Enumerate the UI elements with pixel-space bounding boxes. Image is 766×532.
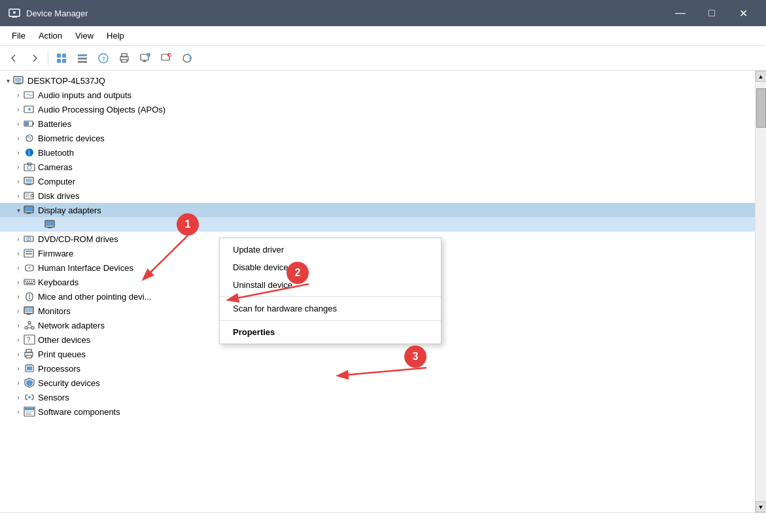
tree-item-batteries[interactable]: ›Batteries (0, 116, 755, 131)
tree-root[interactable]: ▾ DESKTOP-4L537JQ (0, 73, 755, 88)
expand-icon-audio-inputs[interactable]: › (13, 90, 24, 100)
svg-rect-3 (57, 54, 61, 58)
remove-device-button[interactable]: ✕ (156, 49, 176, 67)
expand-icon-sensors[interactable]: › (13, 392, 24, 402)
svg-rect-50 (25, 207, 33, 211)
menu-file[interactable]: File (5, 28, 32, 43)
tree-item-bluetooth[interactable]: ›ᛒBluetooth (0, 145, 755, 160)
expand-icon-biometric[interactable]: › (13, 133, 24, 143)
context-menu-item-scan-changes[interactable]: Scan for hardware changes (220, 300, 441, 317)
context-menu-sep-sep2 (220, 320, 441, 321)
svg-rect-65 (25, 281, 26, 282)
device-label-disk-drives: Disk drives (38, 191, 80, 201)
tree-item-computer[interactable]: ›Computer (0, 174, 755, 188)
forward-button[interactable] (25, 49, 44, 67)
expand-icon-processors[interactable]: › (13, 363, 24, 374)
menu-action[interactable]: Action (32, 28, 69, 43)
svg-line-77 (28, 313, 29, 314)
update-driver-button[interactable]: ↑ (135, 49, 155, 67)
expand-icon-other-devices[interactable]: › (13, 334, 24, 345)
svg-rect-64 (24, 279, 35, 285)
expand-icon-network[interactable]: › (13, 320, 24, 330)
menu-view[interactable]: View (69, 28, 100, 43)
expand-icon-batteries[interactable]: › (13, 118, 24, 129)
expand-icon-monitors[interactable]: › (13, 306, 24, 316)
expand-icon-hid[interactable]: › (13, 262, 24, 273)
device-icon-hid (24, 262, 35, 274)
scan-hardware-button[interactable] (177, 49, 197, 67)
svg-text:✕: ✕ (168, 53, 172, 58)
device-label-dvd-rom: DVD/CD-ROM drives (38, 234, 118, 244)
expand-icon-cameras[interactable]: › (13, 162, 24, 172)
expand-icon-computer[interactable]: › (13, 176, 24, 186)
svg-rect-75 (25, 308, 33, 312)
device-label-computer: Computer (38, 177, 75, 186)
context-menu-item-disable-device[interactable]: Disable device (220, 258, 441, 276)
device-label-other-devices: Other devices (38, 335, 90, 345)
scroll-up-btn[interactable]: ▲ (756, 71, 767, 82)
expand-icon-bluetooth[interactable]: › (13, 147, 24, 158)
svg-line-82 (29, 324, 32, 327)
tree-item-audio-processing[interactable]: ›Audio Processing Objects (APOs) (0, 102, 755, 116)
svg-text:?: ? (102, 56, 106, 62)
tree-item-software[interactable]: ›Software components (0, 404, 755, 419)
svg-marker-24 (189, 56, 191, 60)
minimize-button[interactable]: — (665, 3, 695, 24)
print-button[interactable] (114, 49, 134, 67)
device-icon-security (24, 377, 35, 389)
svg-rect-26 (15, 78, 22, 82)
expand-icon-security[interactable]: › (13, 378, 24, 388)
tree-item-security[interactable]: ›Security devices (0, 376, 755, 390)
svg-rect-9 (78, 61, 87, 63)
tree-item-biometric[interactable]: ›Biometric devices (0, 131, 755, 145)
root-expand-icon[interactable]: ▾ (3, 75, 13, 86)
expand-icon-mice[interactable]: › (13, 291, 24, 302)
tree-item-display-subitem[interactable] (0, 217, 755, 232)
context-menu-item-uninstall-device[interactable]: Uninstall device (220, 276, 441, 294)
back-button[interactable] (4, 49, 24, 67)
scroll-down-btn[interactable]: ▼ (756, 501, 767, 512)
device-icon-biometric (24, 132, 35, 144)
device-label-sensors: Sensors (38, 393, 69, 402)
device-icon-audio-inputs (24, 89, 35, 101)
close-button[interactable]: ✕ (728, 3, 758, 24)
expand-icon-firmware[interactable]: › (13, 248, 24, 258)
svg-rect-60 (26, 251, 32, 252)
device-icon-software (24, 406, 35, 417)
device-label-mice: Mice and other pointing devi... (38, 292, 151, 302)
help-button[interactable]: ? (94, 49, 113, 67)
view-devices-connection[interactable] (73, 49, 92, 67)
scroll-thumb[interactable] (756, 88, 766, 128)
context-menu-item-update-driver[interactable]: Update driver (220, 241, 441, 258)
svg-rect-88 (26, 355, 31, 358)
device-label-audio-processing: Audio Processing Objects (APOs) (38, 105, 165, 115)
maximize-button[interactable]: □ (697, 3, 727, 24)
scrollbar[interactable]: ▲ ▼ (755, 71, 766, 512)
expand-icon-software[interactable]: › (13, 406, 24, 417)
device-icon-dvd-rom (24, 233, 35, 245)
tree-item-disk-drives[interactable]: ›Disk drives (0, 188, 755, 203)
expand-icon-keyboards[interactable]: › (13, 277, 24, 287)
svg-point-73 (29, 298, 31, 300)
tree-item-sensors[interactable]: ›Sensors (0, 390, 755, 404)
tree-item-processors[interactable]: ›Processors (0, 361, 755, 376)
svg-rect-66 (27, 281, 28, 282)
scroll-track[interactable] (756, 82, 766, 501)
expand-icon-display-subitem[interactable] (34, 219, 44, 230)
tree-item-audio-inputs[interactable]: ›Audio inputs and outputs (0, 88, 755, 102)
title-bar: Device Manager — □ ✕ (0, 0, 766, 26)
device-label-cameras: Cameras (38, 162, 73, 172)
device-label-monitors: Monitors (38, 306, 71, 316)
expand-icon-print-queues[interactable]: › (13, 349, 24, 359)
view-devices-type[interactable] (52, 49, 71, 67)
device-label-keyboards: Keyboards (38, 277, 78, 287)
expand-icon-audio-processing[interactable]: › (13, 104, 24, 115)
expand-icon-dvd-rom[interactable]: › (13, 234, 24, 244)
expand-icon-disk-drives[interactable]: › (13, 190, 24, 201)
tree-item-print-queues[interactable]: ›Print queues (0, 347, 755, 361)
tree-item-display-adapters[interactable]: ▾Display adapters (0, 203, 755, 217)
expand-icon-display-adapters[interactable]: ▾ (13, 205, 24, 215)
tree-item-cameras[interactable]: ›Cameras (0, 160, 755, 174)
menu-help[interactable]: Help (100, 28, 131, 43)
context-menu-item-properties[interactable]: Properties (220, 323, 441, 341)
